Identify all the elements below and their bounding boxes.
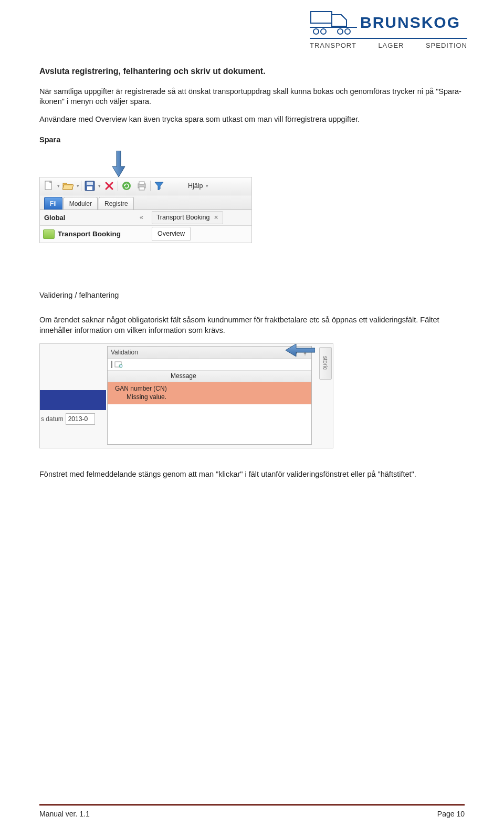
new-doc-button[interactable] xyxy=(42,179,56,193)
print-button[interactable] xyxy=(135,179,149,193)
svg-point-4 xyxy=(321,29,326,34)
error-message: Missing value. xyxy=(115,393,308,401)
tab-fil[interactable]: Fil xyxy=(44,197,62,210)
svg-point-17 xyxy=(119,364,122,368)
selected-row-bg xyxy=(40,390,106,410)
spara-label: Spara xyxy=(39,135,465,145)
brand-sub-spedition: SPEDITION xyxy=(426,41,467,50)
svg-point-5 xyxy=(338,29,343,34)
brand-sub-transport: TRANSPORT xyxy=(310,41,356,50)
tab-registre[interactable]: Registre xyxy=(99,197,134,210)
truck-icon xyxy=(310,9,357,36)
global-panel-label: Global xyxy=(40,213,140,223)
help-menu[interactable]: Hjälp xyxy=(188,182,203,191)
tool-icon[interactable] xyxy=(114,361,123,368)
paragraph-3: Om ärendet saknar något obligatoriskt fä… xyxy=(39,315,465,336)
svg-point-11 xyxy=(122,182,131,190)
tab-moduler[interactable]: Moduler xyxy=(64,197,98,210)
refresh-button[interactable] xyxy=(120,179,133,193)
validation-panel-title: Validation xyxy=(111,348,138,357)
toolbar-screenshot: ▾ ▾ ▾ Hjälp ▾ Fil Moduler Registre xyxy=(39,177,252,243)
message-column-header: Message xyxy=(108,371,311,382)
save-button[interactable] xyxy=(83,179,97,193)
brand-logo: BRUNSKOG TRANSPORT LAGER SPEDITION xyxy=(310,9,467,50)
footer-version: Manual ver. 1.1 xyxy=(39,809,90,819)
svg-rect-10 xyxy=(87,186,92,190)
svg-point-6 xyxy=(345,29,350,34)
brand-name: BRUNSKOG xyxy=(360,12,460,34)
brand-sub-lager: LAGER xyxy=(378,41,404,50)
collapse-icon[interactable]: « xyxy=(140,213,143,222)
tab-transport-booking[interactable]: Transport Booking ✕ xyxy=(152,211,224,224)
section-heading: Avsluta registrering, felhantering och s… xyxy=(39,66,465,77)
validering-heading: Validering / felhantering xyxy=(39,290,465,301)
page-footer: Manual ver. 1.1 Page 10 xyxy=(39,804,465,819)
validation-error-row[interactable]: GAN number (CN) Missing value. xyxy=(108,382,311,404)
svg-rect-9 xyxy=(87,182,93,185)
filter-button[interactable] xyxy=(152,179,166,193)
paragraph-4: Fönstret med felmeddelande stängs genom … xyxy=(39,469,465,480)
arrow-left-icon xyxy=(285,344,315,357)
paragraph-2: Användare med Overview kan även trycka s… xyxy=(39,114,465,125)
svg-rect-1 xyxy=(311,12,332,23)
error-field-name: GAN number (CN) xyxy=(115,384,308,393)
arrow-down-icon xyxy=(111,151,126,178)
delete-button[interactable] xyxy=(102,179,116,193)
transport-booking-icon xyxy=(43,229,55,239)
footer-page: Page 10 xyxy=(437,809,465,819)
svg-rect-14 xyxy=(139,187,144,190)
svg-point-3 xyxy=(313,29,319,34)
close-icon[interactable]: ✕ xyxy=(214,214,218,222)
date-field[interactable]: 2013-0 xyxy=(66,413,95,425)
paragraph-1: När samtliga uppgifter är registrerade s… xyxy=(39,87,465,107)
tab-transport-booking-label: Transport Booking xyxy=(156,213,210,222)
open-button[interactable] xyxy=(61,179,75,193)
validation-panel: Validation ▼ Message GAN number (CN) Mis… xyxy=(107,346,312,445)
svg-rect-13 xyxy=(139,182,144,184)
validation-screenshot: s datum 2013-0 Validation ▼ Message GAN … xyxy=(39,343,333,448)
date-field-label: s datum xyxy=(40,415,64,423)
nav-transport-booking[interactable]: Transport Booking xyxy=(58,229,144,239)
overview-chip[interactable]: Overview xyxy=(152,227,191,241)
side-tab-storic[interactable]: storic xyxy=(319,347,332,380)
